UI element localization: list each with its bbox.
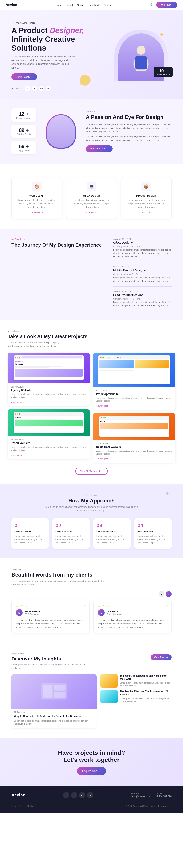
web-design-icon: 🎨 (32, 182, 42, 191)
test-grid: ★★★★★ E Eugene Gray CEO Company Lorem ip… (11, 600, 172, 633)
more-about-button[interactable]: More About Me → (86, 146, 113, 152)
project-card-resort: SCOVIL STOP DESIGN Resort Website Lorem … (8, 409, 90, 459)
test-avatar-1: L (98, 609, 105, 616)
blog-header-left: Blog & Articles Discover My Insights Lor… (11, 652, 88, 670)
footer-social-fb[interactable]: f (63, 792, 69, 798)
project-info-resort: STOP DESIGN Resort Website Lorem ipsum d… (8, 436, 90, 459)
nav-logo[interactable]: Aevine (6, 3, 17, 7)
exp-item-1: March 2019 - 2021 Mobile Product Designe… (113, 266, 172, 286)
follow-bar: Follow Me : f in be tw (11, 86, 111, 91)
nav-link-about[interactable]: About (66, 4, 73, 6)
test-name-1: Lily Burns (107, 610, 122, 613)
project-link-agency[interactable]: View Project → (11, 401, 25, 403)
footer-phone-value[interactable]: +1 234 567 890 (155, 795, 172, 798)
nav-link-page[interactable]: Page ▾ (104, 4, 111, 6)
project-link-restaurant[interactable]: View Project → (96, 458, 110, 460)
view-blog-button[interactable]: View Blog → (151, 654, 172, 660)
social-facebook[interactable]: f (25, 86, 30, 91)
portfolio-desc: Lorem ipsum dolor sit amet, consectetur … (8, 341, 61, 348)
footer-email-value[interactable]: hello@aevine.com (131, 795, 150, 798)
cta-title: Have projects in mind?Let's work togethe… (11, 749, 172, 764)
read-more-web[interactable]: Read More > (31, 212, 43, 214)
project-card-petshop: elementor 🐾 Pupi (93, 352, 175, 410)
service-desc-web: Lorem ipsum dolor sit amet, consectetur … (15, 199, 59, 209)
nav-link-service[interactable]: Service (77, 4, 85, 6)
process-num-4: 04 (138, 523, 169, 529)
search-icon[interactable]: 🔍 (150, 3, 153, 7)
blog-main-info: 12 Jan 2024 Why to Conduct a UX Audit an… (11, 709, 97, 728)
exp-item-2-sub: Company Name — Full Time (113, 298, 172, 300)
exp-tag: My Experience (11, 238, 102, 240)
test-avatar-0: E (16, 609, 23, 616)
project-info-restaurant: STOP DESIGN Restaurant Website Lorem ips… (93, 440, 175, 463)
nav-link-home[interactable]: Home (56, 4, 62, 6)
blog-side-title-0: 15 beautiful font headings and what make… (120, 674, 172, 681)
test-next-button[interactable]: › (166, 591, 172, 597)
project-img-resort: SCOVIL (8, 409, 90, 436)
footer-phone: Call Me : +1 234 567 890 (155, 793, 172, 798)
footer-link-blog[interactable]: Blog (20, 805, 24, 807)
restaurant-mock-browser: Ristera (99, 416, 169, 437)
service-card-web: 🎨 Web Design Lorem ipsum dolor sit amet,… (11, 177, 62, 219)
footer-link-home[interactable]: Home (11, 805, 17, 807)
get-in-touch-button[interactable]: Get In Touch → (11, 73, 37, 80)
footer-social-tw[interactable]: tw (71, 792, 77, 798)
footer-copy: © 2023 Aevine. All Rights Reserved. Desi… (125, 805, 172, 807)
footer-link-contact[interactable]: Contact (27, 805, 35, 807)
exp-item-2-desc: Lorem ipsum dolor sit amet, consectetur … (113, 301, 172, 307)
project-desc-restaurant: Lorem ipsum dolor sit amet, consectetur … (96, 450, 172, 455)
process-step-2: 02 Discover Value Lorem ipsum dolor sit … (52, 518, 89, 549)
process-tag: The Process (11, 494, 172, 496)
read-more-ux[interactable]: Read More > (85, 212, 98, 214)
footer-social-be[interactable]: be (87, 792, 93, 798)
footer-social-group: f tw in be (63, 792, 93, 798)
blog-side-info-1: The Positive Effects of The Pandemic on … (120, 690, 172, 703)
nav-link-mywork[interactable]: My Work (89, 4, 99, 6)
quote-icon-1: " (166, 603, 168, 610)
footer-social-in[interactable]: in (79, 792, 85, 798)
svg-rect-5 (54, 685, 66, 691)
test-prev-button[interactable]: ‹ (158, 591, 164, 597)
read-more-product[interactable]: Read More > (140, 212, 152, 214)
project-type-agency: STOP DESIGN (11, 386, 87, 388)
footer-links: Home Blog Contact (11, 805, 35, 807)
badge-label: Years Experience (156, 73, 170, 75)
exp-item-2-tag: January 2017 - 2019 (113, 290, 172, 292)
exp-item-1-title: Mobile Product Designer (113, 269, 172, 272)
footer-bottom: Home Blog Contact © 2023 Aevine. All Rig… (11, 802, 172, 807)
service-title-ux: UI/UX Design (70, 194, 113, 197)
test-stars-1: ★★★★★ (98, 604, 167, 607)
blog-main-card: 12 Jan 2024 Why to Conduct a UX Audit an… (11, 674, 97, 728)
stat-num-clients: 89 + (15, 127, 33, 133)
process-title-4: Final Hand-Off (138, 530, 169, 533)
test-role-0: CEO Company (25, 613, 40, 615)
footer: Aevine f tw in be Email Me : hello@aevin… (0, 786, 183, 813)
blog-side-card-0: 15 beautiful font headings and what make… (101, 674, 172, 688)
project-card-restaurant: Ristera STOP DESIGN Restaurant Website L… (93, 413, 175, 463)
lets-chat-button[interactable]: Let's Chat → (156, 2, 177, 8)
about-img-inner (47, 115, 75, 148)
project-link-petshop[interactable]: View Project → (96, 405, 110, 407)
social-twitter[interactable]: tw (45, 86, 51, 91)
project-type-restaurant: STOP DESIGN (96, 442, 172, 444)
hero-desc: Lorem ipsum dolor sit amet, consectetur … (11, 55, 76, 70)
project-link-resort[interactable]: View Project → (11, 454, 25, 456)
deco-star: ✦ (159, 31, 164, 38)
exp-item-0-desc: Lorem ipsum dolor sit amet, consectetur … (113, 248, 172, 258)
hero-badge: 10 + Years Experience (154, 67, 173, 77)
social-linkedin[interactable]: in (32, 86, 37, 91)
test-role-1: Product Manager (107, 613, 122, 615)
footer-logo: Aevine (11, 793, 25, 798)
exp-item-2-title: Lead Product Designer (113, 293, 172, 297)
view-all-button[interactable]: View All My Project → (75, 467, 108, 475)
test-author-1: L Lily Burns Product Manager (98, 609, 167, 616)
test-stars-0: ★★★★★ (16, 604, 85, 607)
exp-item-1-desc: Lorem ipsum dolor sit amet, consectetur … (113, 276, 172, 283)
social-behance[interactable]: be (39, 86, 44, 91)
process-step-1: 01 Discuss Need Lorem ipsum dolor sit am… (11, 518, 48, 549)
test-text-1: Lorem ipsum dolor sit amet, consectetur … (98, 618, 167, 629)
portfolio-left: elementor Zenovis STOP DESIGN Agency Web… (8, 352, 90, 463)
hero-section: Hi, I'm Aevine Pierre A Product Designer… (0, 10, 183, 99)
enquire-now-button[interactable]: Enquire Now → (77, 767, 106, 775)
services-grid: 🎨 Web Design Lorem ipsum dolor sit amet,… (11, 177, 172, 219)
